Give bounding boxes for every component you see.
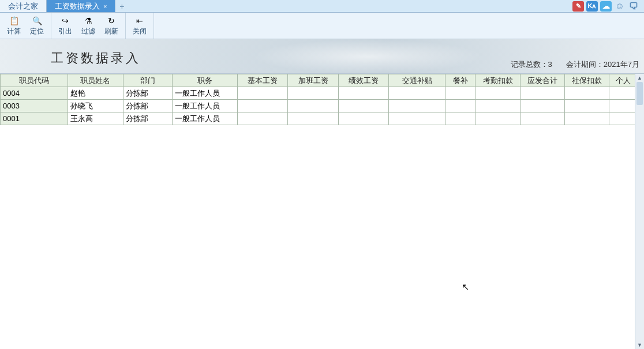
tab-label: 工资数据录入 [55, 1, 100, 12]
salary-table[interactable]: 职员代码职员姓名部门职务基本工资加班工资绩效工资交通补贴餐补考勤扣款应发合计社保… [0, 74, 638, 125]
smile-icon[interactable]: ☺ [614, 1, 626, 12]
table-cell[interactable] [338, 87, 389, 100]
plus-icon: + [119, 2, 124, 11]
locate-label: 定位 [30, 27, 44, 36]
table-cell[interactable] [445, 87, 475, 100]
table-header-row: 职员代码职员姓名部门职务基本工资加班工资绩效工资交通补贴餐补考勤扣款应发合计社保… [1, 74, 638, 87]
table-cell[interactable] [338, 112, 389, 125]
tab-bar: 会计之家 工资数据录入 × + ✎ Kᴀ ☁ ☺ 🗨 [0, 0, 644, 13]
table-cell[interactable] [609, 100, 638, 112]
table-cell[interactable] [288, 100, 339, 112]
table-header[interactable]: 社保扣款 [564, 74, 609, 87]
accounting-period: 会计期间：2021年7月 [566, 59, 639, 70]
tab-label: 会计之家 [8, 1, 38, 12]
table-row[interactable]: 0004赵艳分拣部一般工作人员 [1, 87, 638, 100]
locate-icon: 🔍 [32, 16, 42, 26]
tab-salary-entry[interactable]: 工资数据录入 × [47, 0, 115, 12]
table-header[interactable]: 加班工资 [288, 74, 339, 87]
title-banner: 工资数据录入 记录总数：3 会计期间：2021年7月 [0, 39, 644, 74]
scroll-up-icon[interactable]: ▲ [635, 74, 644, 82]
table-cell[interactable]: 赵艳 [68, 87, 123, 100]
table-header[interactable]: 职务 [173, 74, 238, 87]
table-cell[interactable] [609, 112, 638, 125]
table-cell[interactable]: 一般工作人员 [173, 87, 238, 100]
table-cell[interactable] [564, 87, 609, 100]
export-icon: ↪ [60, 16, 70, 26]
table-header[interactable]: 考勤扣款 [475, 74, 520, 87]
add-tab-button[interactable]: + [115, 0, 128, 12]
record-count: 记录总数：3 [511, 59, 552, 70]
refresh-icon: ↻ [106, 16, 117, 26]
mouse-cursor: ↖ [462, 282, 469, 292]
table-cell[interactable] [338, 100, 389, 112]
table-row[interactable]: 0003孙晓飞分拣部一般工作人员 [1, 100, 638, 112]
locate-button[interactable]: 🔍 定位 [25, 14, 48, 37]
table-cell[interactable]: 0003 [1, 100, 68, 112]
close-button[interactable]: ⇤ 关闭 [128, 14, 151, 37]
table-cell[interactable] [564, 100, 609, 112]
table-row[interactable]: 0001王永高分拣部一般工作人员 [1, 112, 638, 125]
table-cell[interactable] [520, 87, 564, 100]
table-header[interactable]: 职员代码 [1, 74, 68, 87]
toolbar-group-1: 📋 计算 🔍 定位 [0, 13, 51, 39]
doc-icon[interactable]: ✎ [572, 1, 584, 12]
table-header[interactable]: 绩效工资 [338, 74, 389, 87]
filter-icon: ⚗ [83, 16, 93, 26]
scroll-down-icon[interactable]: ▼ [635, 341, 644, 349]
table-cell[interactable]: 0004 [1, 87, 68, 100]
message-icon[interactable]: 🗨 [628, 1, 639, 12]
table-cell[interactable]: 分拣部 [123, 112, 172, 125]
table-cell[interactable]: 孙晓飞 [68, 100, 123, 112]
table-header[interactable]: 应发合计 [520, 74, 564, 87]
table-cell[interactable] [564, 112, 609, 125]
toolbar-group-3: ⇤ 关闭 [126, 13, 154, 39]
table-cell[interactable] [389, 112, 445, 125]
toolbar: 📋 计算 🔍 定位 ↪ 引出 ⚗ 过滤 ↻ 刷新 ⇤ 关闭 [0, 13, 644, 39]
toolbar-group-2: ↪ 引出 ⚗ 过滤 ↻ 刷新 [51, 13, 126, 39]
table-cell[interactable] [520, 112, 564, 125]
table-cell[interactable] [288, 112, 339, 125]
ka-icon[interactable]: Kᴀ [586, 1, 598, 12]
table-header[interactable]: 餐补 [445, 74, 475, 87]
table-cell[interactable] [237, 87, 288, 100]
export-button[interactable]: ↪ 引出 [54, 14, 77, 37]
filter-button[interactable]: ⚗ 过滤 [77, 14, 100, 37]
calc-icon: 📋 [9, 16, 19, 26]
table-cell[interactable] [475, 100, 520, 112]
table-header[interactable]: 个人 [609, 74, 638, 87]
table-cell[interactable] [237, 100, 288, 112]
close-icon[interactable]: × [103, 3, 107, 10]
table-cell[interactable]: 王永高 [68, 112, 123, 125]
table-cell[interactable] [445, 112, 475, 125]
table-cell[interactable]: 0001 [1, 112, 68, 125]
scroll-thumb[interactable] [636, 82, 643, 105]
tab-home[interactable]: 会计之家 [0, 0, 47, 12]
table-cell[interactable] [475, 87, 520, 100]
table-cell[interactable] [237, 112, 288, 125]
tab-spacer [128, 0, 572, 12]
table-cell[interactable] [445, 100, 475, 112]
table-area: 职员代码职员姓名部门职务基本工资加班工资绩效工资交通补贴餐补考勤扣款应发合计社保… [0, 74, 644, 125]
table-cell[interactable] [389, 87, 445, 100]
table-header[interactable]: 基本工资 [237, 74, 288, 87]
cloud-icon[interactable]: ☁ [600, 1, 612, 12]
table-header[interactable]: 交通补贴 [389, 74, 445, 87]
table-cell[interactable]: 分拣部 [123, 87, 172, 100]
table-cell[interactable] [520, 100, 564, 112]
table-header[interactable]: 职员姓名 [68, 74, 123, 87]
refresh-button[interactable]: ↻ 刷新 [100, 14, 123, 37]
page-title: 工资数据录入 [51, 50, 141, 67]
table-cell[interactable] [288, 87, 339, 100]
table-cell[interactable] [609, 87, 638, 100]
table-cell[interactable] [475, 112, 520, 125]
table-cell[interactable]: 一般工作人员 [173, 100, 238, 112]
export-label: 引出 [58, 27, 72, 36]
calc-label: 计算 [7, 27, 21, 36]
table-cell[interactable] [389, 100, 445, 112]
table-cell[interactable]: 分拣部 [123, 100, 172, 112]
close-label: 关闭 [133, 27, 147, 36]
table-header[interactable]: 部门 [123, 74, 172, 87]
vertical-scrollbar[interactable]: ▲ ▼ [635, 74, 644, 349]
table-cell[interactable]: 一般工作人员 [173, 112, 238, 125]
calc-button[interactable]: 📋 计算 [2, 14, 25, 37]
